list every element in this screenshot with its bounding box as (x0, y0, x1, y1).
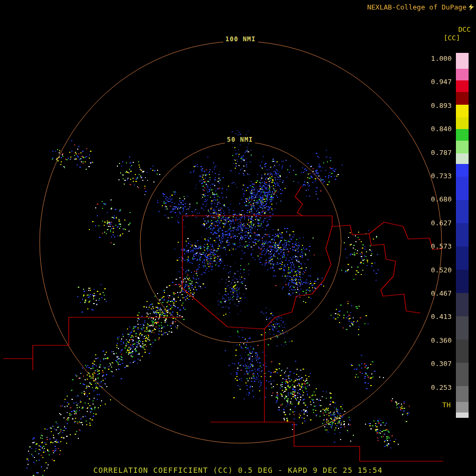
attribution-title: NEXLAB-College of DuPage (367, 3, 474, 11)
attribution-text: NEXLAB-College of DuPage (367, 3, 466, 11)
range-ring-50nmi (140, 142, 341, 343)
county-boundaries (3, 186, 443, 461)
map-overlay (0, 0, 476, 476)
range-ring-label-50nmi: 50 NMI (225, 136, 255, 143)
radar-display: 100 NMI 50 NMI NEXLAB-College of DuPage … (0, 0, 476, 476)
lightning-icon (469, 4, 474, 11)
range-ring-label-100nmi: 100 NMI (223, 35, 258, 43)
range-ring-100nmi (40, 41, 442, 443)
range-rings (40, 41, 442, 443)
product-caption: CORRELATION COEFFICIENT (CC) 0.5 DEG - K… (0, 466, 476, 474)
